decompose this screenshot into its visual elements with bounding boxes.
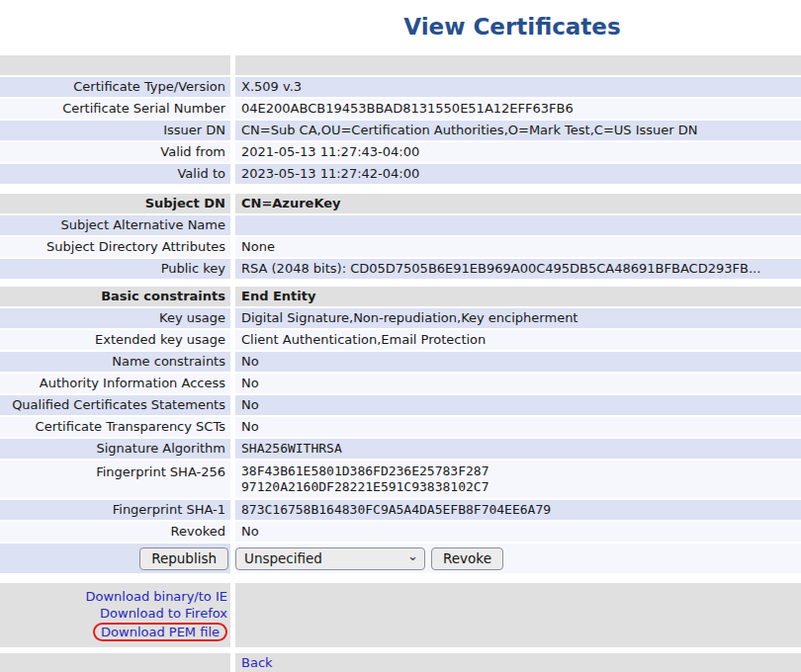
row-value: Client Authentication,Email Protection bbox=[235, 330, 801, 350]
row-value: No bbox=[235, 395, 801, 415]
row-value bbox=[235, 215, 801, 235]
row-label: Valid to bbox=[0, 164, 230, 184]
row-label: Subject Alternative Name bbox=[0, 215, 230, 235]
row-label: Qualified Certificates Statements bbox=[0, 395, 230, 415]
row-value: 04E200ABCB19453BBAD8131550E51A12EFF63FB6 bbox=[235, 99, 801, 119]
footer-back-cell: Back bbox=[235, 653, 801, 672]
row-value: RSA (2048 bits): CD05D7505B6E91EB969A00C… bbox=[235, 259, 801, 279]
section-header-basic-constraints: Basic constraints bbox=[0, 287, 230, 306]
row-label: Certificate Transparency SCTs bbox=[0, 417, 230, 437]
row-value: No bbox=[235, 417, 801, 437]
row-value: No bbox=[235, 352, 801, 372]
subject-dn-value: CN=AzureKey bbox=[235, 194, 801, 213]
row-value: X.509 v.3 bbox=[235, 77, 801, 97]
row-value: CN=Sub CA,OU=Certification Authorities,O… bbox=[235, 121, 801, 140]
download-pem-link[interactable]: Download PEM file bbox=[101, 625, 220, 639]
row-label: Revoked bbox=[0, 522, 230, 542]
download-links-cell: Download binary/to IE Download to Firefo… bbox=[0, 583, 230, 647]
row-label: Certificate Serial Number bbox=[0, 99, 230, 119]
revoke-cell: Unspecified ⌄ Revoke bbox=[235, 544, 801, 573]
back-link[interactable]: Back bbox=[241, 655, 273, 670]
chevron-down-icon: ⌄ bbox=[407, 551, 418, 561]
row-label: Authority Information Access bbox=[0, 374, 230, 393]
revocation-reason-selected: Unspecified bbox=[244, 548, 322, 568]
row-value: No bbox=[235, 374, 801, 393]
fingerprint-sha256-value: 38F43B61E5801D386FD236E25783F287 97120A2… bbox=[235, 461, 801, 498]
row-label: Key usage bbox=[0, 308, 230, 328]
row-label: Fingerprint SHA-1 bbox=[0, 500, 230, 520]
pem-highlight-ring: Download PEM file bbox=[93, 623, 227, 641]
table-header-cell-left bbox=[0, 55, 230, 75]
row-value: 2021-05-13 11:27:43-04:00 bbox=[235, 142, 801, 162]
row-label: Issuer DN bbox=[0, 121, 230, 140]
page-title: View Certificates bbox=[0, 0, 801, 55]
row-value: No bbox=[235, 522, 801, 542]
row-label: Certificate Type/Version bbox=[0, 77, 230, 97]
download-binary-link[interactable]: Download binary/to IE bbox=[86, 589, 227, 604]
republish-cell: Republish bbox=[0, 544, 230, 573]
fingerprint-sha256-line1: 38F43B61E5801D386FD236E25783F287 bbox=[241, 463, 801, 479]
row-value: Digital Signature,Non-repudiation,Key en… bbox=[235, 308, 801, 328]
subject-section: Subject DN CN=AzureKey Subject Alternati… bbox=[0, 194, 801, 279]
row-value: None bbox=[235, 237, 801, 257]
row-label: Signature Algorithm bbox=[0, 439, 230, 459]
downloads-section: Download binary/to IE Download to Firefo… bbox=[0, 583, 801, 647]
row-label: Valid from bbox=[0, 142, 230, 162]
revocation-reason-select[interactable]: Unspecified ⌄ bbox=[235, 547, 425, 570]
row-value: 2023-05-13 11:27:42-04:00 bbox=[235, 164, 801, 184]
downloads-empty-cell bbox=[235, 583, 801, 647]
republish-button[interactable]: Republish bbox=[139, 547, 228, 570]
fingerprint-sha256-line2: 97120A2160DF28221E591C93838102C7 bbox=[241, 479, 801, 495]
row-label: Extended key usage bbox=[0, 330, 230, 350]
details-section: Basic constraints End Entity Key usage D… bbox=[0, 287, 801, 573]
row-label: Fingerprint SHA-256 bbox=[0, 461, 230, 498]
footer-empty-cell bbox=[0, 653, 230, 672]
download-firefox-link[interactable]: Download to Firefox bbox=[100, 606, 227, 621]
table-header-cell-right bbox=[235, 55, 801, 75]
signature-algorithm-value: SHA256WITHRSA bbox=[235, 439, 801, 459]
fingerprint-sha1-value: 873C16758B164830FC9A5A4DA5EFB8F704EE6A79 bbox=[235, 500, 801, 520]
section-header-subject-dn: Subject DN bbox=[0, 194, 230, 213]
row-label: Public key bbox=[0, 259, 230, 279]
basic-constraints-value: End Entity bbox=[235, 287, 801, 306]
row-label: Subject Directory Attributes bbox=[0, 237, 230, 257]
footer-section: Back bbox=[0, 653, 801, 672]
row-label: Name constraints bbox=[0, 352, 230, 372]
cert-info-section: Certificate Type/Version X.509 v.3 Certi… bbox=[0, 55, 801, 184]
revoke-button[interactable]: Revoke bbox=[431, 547, 503, 570]
